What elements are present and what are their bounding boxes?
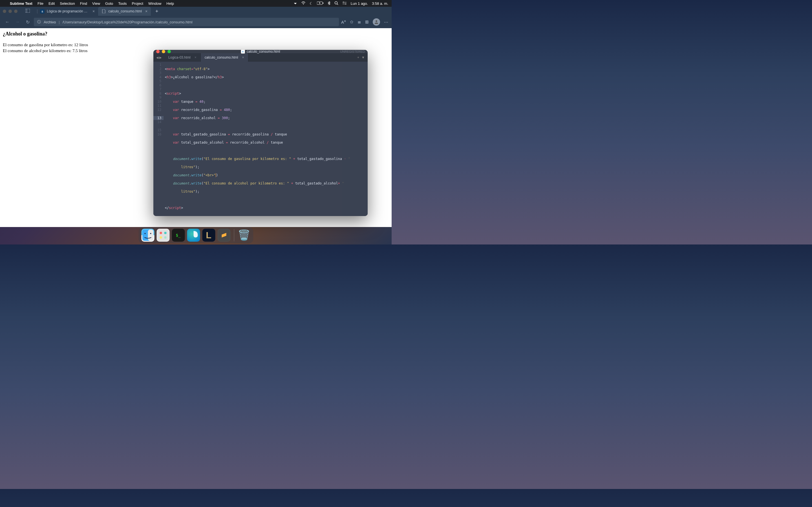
menu-window[interactable]: Window [146,1,164,6]
sublime-tabs: ◀ ▶ Logica-03.html × calculo_consumo.htm… [153,53,368,62]
tab-close-icon[interactable]: × [195,55,197,59]
sidebar-toggle-icon[interactable] [26,9,30,14]
more-icon[interactable]: ⋯ [384,19,388,24]
menu-find[interactable]: Find [78,1,90,6]
window-close-button[interactable] [3,10,6,13]
tab-close-icon[interactable]: × [242,55,244,59]
read-aloud-icon[interactable]: A⚙ [341,20,346,24]
tab-close-icon[interactable]: × [145,9,147,13]
spotlight-icon[interactable] [335,1,338,6]
window-minimize-button[interactable] [8,10,12,13]
battery-icon[interactable] [317,1,324,6]
tab-close-icon[interactable]: × [93,9,95,13]
html-file-icon: e [241,50,245,54]
svg-line-4 [337,4,338,5]
edge-dock-icon[interactable] [187,229,200,242]
control-center-icon[interactable] [342,1,347,6]
line-gutter: 1 2 3 4 5 6 7 8 9 10 11 12 13 14 15 16 [153,62,163,216]
menu-tools[interactable]: Tools [116,1,129,6]
svg-rect-19 [160,232,162,234]
unregistered-label: UNREGISTERED [340,50,365,53]
tab-nav-back-forward[interactable]: ◀ ▶ [153,56,164,59]
sublime-titlebar[interactable]: e calculo_consumo.html UNREGISTERED [153,50,368,53]
svg-point-5 [343,2,344,3]
url-bar[interactable]: ⓘ Archivo | /Users/amaury/Desktop/Logica… [34,18,339,26]
vpn-icon[interactable]: ⏷ [294,1,297,6]
menu-selection[interactable]: Selection [57,1,77,6]
menubar-date[interactable]: Lun 1 ago. [351,1,368,6]
svg-rect-22 [164,236,166,238]
profile-avatar[interactable] [373,18,380,25]
sublime-minimize-button[interactable] [162,50,165,53]
minimap[interactable]: ▬▬▬▬▬▬▬ ▬▬▬▬▬▬▬▬▬▬▬ ▬▬▬▬ ▬▬▬▬▬▬▬ ▬▬▬▬▬▬▬… [342,62,368,216]
wifi-icon[interactable] [301,1,306,6]
finder-dock-icon[interactable] [141,229,154,242]
sublime-text-window: e calculo_consumo.html UNREGISTERED ◀ ▶ … [153,50,368,216]
svg-rect-15 [148,230,153,241]
code-editor[interactable]: 1 2 3 4 5 6 7 8 9 10 11 12 13 14 15 16 <… [153,62,368,216]
info-icon[interactable]: ⓘ [37,19,41,24]
page-heading: ¿Alcohol o gasolina? [3,31,389,37]
menu-view[interactable]: View [90,1,103,6]
menu-app-name[interactable]: Sublime Text [7,1,35,6]
new-tab-icon[interactable]: + [357,55,359,59]
sublime-close-button[interactable] [156,50,160,53]
launchpad-dock-icon[interactable] [156,229,169,242]
svg-rect-2 [323,3,323,4]
sublime-title-text: calculo_consumo.html [247,50,280,54]
menu-file[interactable]: File [35,1,46,6]
favorite-icon[interactable]: ✩ [350,19,354,24]
sublime-text-dock-icon[interactable] [217,229,231,242]
svg-point-11 [375,20,377,22]
output-line-1: El consumo de gasolina por kilometro es:… [3,42,389,48]
macos-menubar: Sublime Text File Edit Selection Find Vi… [0,0,392,7]
new-tab-button[interactable]: + [153,8,161,14]
collections-icon[interactable]: ⊞ [365,19,369,24]
terminal-dock-icon[interactable]: $_ [172,229,185,242]
window-maximize-button[interactable] [14,10,17,13]
do-not-disturb-icon[interactable]: ☾ [310,1,313,6]
svg-point-16 [144,233,146,234]
back-button[interactable]: ← [3,19,11,24]
forward-button[interactable]: → [13,19,21,24]
league-of-legends-dock-icon[interactable]: L [202,229,215,242]
menu-help[interactable]: Help [164,1,176,6]
svg-rect-18 [157,230,168,241]
trash-dock-icon[interactable]: 🗑️ [238,229,250,242]
sublime-tab-logica[interactable]: Logica-03.html × [164,53,201,62]
svg-rect-21 [160,236,162,238]
sublime-maximize-button[interactable] [167,50,171,53]
menu-goto[interactable]: Goto [103,1,116,6]
menu-project[interactable]: Project [130,1,146,6]
macos-dock: $_ L 🗑️ [139,227,253,243]
svg-point-3 [335,1,337,4]
tab-dropdown-icon[interactable]: ▼ [361,55,365,59]
svg-rect-20 [164,232,166,234]
code-content[interactable]: <meta charset="utf-8"> <h3>¿Alcohol o ga… [163,62,368,216]
bluetooth-icon[interactable] [327,1,331,6]
svg-point-0 [303,4,304,4]
browser-tab-1[interactable]: a Lógica de programación parte × [37,7,98,16]
menubar-time[interactable]: 3:58 a. m. [372,1,388,6]
alura-favicon-icon: a [40,9,45,13]
svg-point-7 [345,3,346,4]
menu-edit[interactable]: Edit [46,1,57,6]
file-favicon-icon [101,9,106,13]
svg-rect-9 [26,9,30,13]
sublime-tab-calculo[interactable]: calculo_consumo.html × [201,53,248,62]
browser-tab-2[interactable]: calculo_consumo.html × [98,7,151,16]
favorites-bar-icon[interactable]: ≣ [357,19,361,24]
svg-point-17 [150,233,151,234]
reload-button[interactable]: ↻ [24,19,32,25]
